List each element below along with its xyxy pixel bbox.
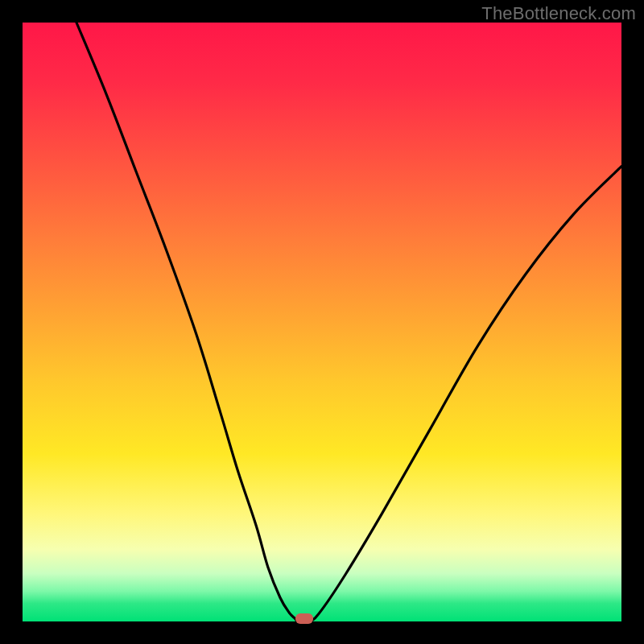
watermark-text: TheBottleneck.com (481, 3, 636, 24)
bottleneck-curve (23, 23, 621, 621)
plot-area (23, 23, 621, 621)
chart-frame: TheBottleneck.com (0, 0, 644, 644)
optimal-marker (295, 613, 313, 624)
